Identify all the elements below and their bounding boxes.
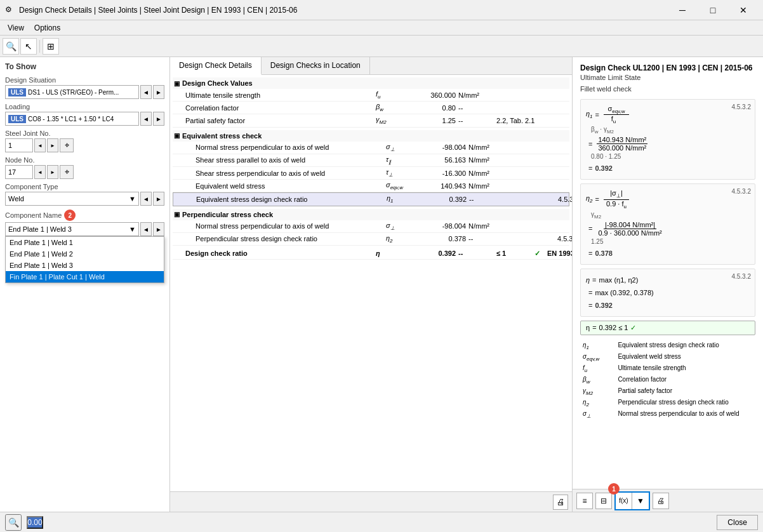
component-type-next[interactable]: ► — [153, 192, 164, 206]
node-spinner[interactable]: 17 — [5, 165, 33, 179]
section-design-check-values[interactable]: ▣ Design Check Values — [173, 77, 569, 89]
dropdown-item-2[interactable]: End Plate 1 | Weld 3 — [6, 260, 164, 271]
rbt-btn-print[interactable]: 🖨 — [653, 493, 669, 509]
row-val-0: 360.000 — [414, 91, 458, 99]
formula3-eq1: = — [592, 276, 596, 284]
s2-sym-4: η1 — [387, 194, 425, 204]
component-type-prev[interactable]: ◄ — [140, 192, 152, 206]
badge-1: 1 — [608, 483, 620, 495]
component-name-label: Component Name — [5, 211, 62, 219]
print-button[interactable]: 🖨 — [553, 495, 568, 510]
formula1-den1: fu — [604, 115, 629, 124]
design-situation-next[interactable]: ► — [153, 85, 164, 99]
rbt-btn-table[interactable]: ⊟ — [595, 493, 612, 509]
component-type-section: Component Type Weld ▼ ◄ ► — [5, 183, 164, 206]
steel-joint-cursor[interactable]: ⌖ — [60, 138, 74, 152]
node-cursor[interactable]: ⌖ — [60, 165, 74, 179]
node-prev[interactable]: ◄ — [34, 165, 46, 179]
formula3-result: 0.392 — [595, 302, 613, 309]
status-grid-button[interactable]: 0.00 — [27, 516, 43, 529]
check-row-0: Ultimate tensile strength fu 360.000 N/m… — [173, 89, 569, 102]
formula1-eq2: = — [588, 140, 592, 148]
section2-label: Equivalent stress check — [182, 132, 262, 140]
component-type-combo[interactable]: Weld ▼ — [5, 192, 139, 206]
row-unit-2: -- — [458, 117, 496, 124]
check-row-s2-4: Equivalent stress design check ratio η1 … — [173, 192, 569, 206]
status-search-button[interactable]: 🔍 — [5, 514, 22, 531]
s2-sym-2: τ⊥ — [386, 168, 424, 178]
steel-joint-next[interactable]: ► — [47, 138, 58, 152]
legend-desc-1: Equivalent weld stress — [615, 352, 755, 363]
s3-sym-0: σ⊥ — [386, 222, 424, 231]
design-situation-row: ULS DS1 - ULS (STR/GEO) - Perm... ◄ ► — [5, 85, 164, 99]
close-window-button[interactable]: ✕ — [729, 0, 758, 20]
loading-combo[interactable]: ULS CO8 - 1.35 * LC1 + 1.50 * LC4 — [5, 112, 139, 126]
formula2-result: 0.378 — [595, 249, 613, 257]
dropdown-item-1[interactable]: End Plate 1 | Weld 2 — [6, 248, 164, 260]
s2-unit-3: N/mm² — [468, 182, 507, 190]
menu-options[interactable]: Options — [29, 22, 65, 34]
component-name-value: End Plate 1 | Weld 3 — [8, 225, 72, 233]
formula3-eq3: = — [588, 302, 592, 309]
component-type-row: Weld ▼ ◄ ► — [5, 192, 164, 206]
component-type-chevron: ▼ — [129, 195, 136, 203]
formula2-line2: = |-98.004 N/mm²| 0.9 · 360.000 N/mm² — [586, 221, 750, 237]
steel-joint-section: Steel Joint No. 1 ◄ ► ⌖ — [5, 130, 164, 152]
formula3-line2: = max (0.392, 0.378) — [586, 287, 750, 298]
s2-sym-1: τ∥ — [386, 156, 424, 165]
dropdown-item-3[interactable]: Fin Plate 1 | Plate Cut 1 | Weld — [6, 271, 164, 283]
toolbar-search-button[interactable]: 🔍 — [3, 38, 19, 55]
maximize-button[interactable]: □ — [698, 0, 727, 20]
component-name-next[interactable]: ► — [153, 222, 164, 236]
section-equivalent-stress[interactable]: ▣ Equivalent stress check — [173, 130, 569, 142]
legend-sym-4: γM2 — [580, 386, 615, 397]
node-section: Node No. 17 ◄ ► ⌖ — [5, 156, 164, 179]
toolbar-grid-button[interactable]: ⊞ — [43, 38, 59, 55]
right-bottom-toolbar: 1 ≡ ⊟ f(x) ▼ 🖨 — [573, 489, 763, 512]
rbt-btn-dropdown[interactable]: ▼ — [632, 493, 649, 509]
tab-design-check-details[interactable]: Design Check Details — [170, 57, 262, 75]
tab-design-checks-location[interactable]: Design Checks in Location — [262, 57, 370, 74]
row-unit-1: -- — [458, 104, 496, 112]
minimize-button[interactable]: ─ — [668, 0, 697, 20]
formula1-den1-content: fu — [611, 115, 616, 123]
menu-view[interactable]: View — [3, 22, 29, 34]
status-close-button[interactable]: Close — [717, 515, 758, 530]
row-val-1: 0.80 — [414, 104, 458, 112]
section-perpendicular-stress[interactable]: ▣ Perpendicular stress check — [173, 209, 569, 220]
badge-2: 2 — [64, 209, 76, 221]
formula2-eta2: η2 — [586, 194, 593, 204]
window-controls: ─ □ ✕ — [668, 0, 758, 20]
result-ok-line: η = 0.392 ≤ 1 ✓ — [580, 321, 755, 335]
final-sym: η — [376, 249, 414, 257]
node-row: 17 ◄ ► ⌖ — [5, 165, 164, 179]
component-name-prev[interactable]: ◄ — [140, 222, 152, 236]
steel-joint-spinner[interactable]: 1 — [5, 138, 33, 152]
rbt-btn-formula[interactable]: f(x) — [616, 493, 632, 509]
legend-sym-0: η1 — [580, 340, 615, 352]
steel-joint-prev[interactable]: ◄ — [34, 138, 46, 152]
legend-row-2: fu Ultimate tensile strength — [580, 363, 755, 375]
node-next[interactable]: ► — [47, 165, 58, 179]
design-situation-combo[interactable]: ULS DS1 - ULS (STR/GEO) - Perm... — [5, 85, 139, 99]
formula1-num1: σeqv,w — [604, 105, 629, 115]
section3-label: Perpendicular stress check — [182, 211, 273, 218]
loading-prev[interactable]: ◄ — [140, 112, 152, 126]
rbt-btn-list[interactable]: ≡ — [576, 493, 593, 509]
component-name-dropdown[interactable]: End Plate 1 | Weld 1 End Plate 1 | Weld … — [5, 236, 164, 283]
loading-value: CO8 - 1.35 * LC1 + 1.50 * LC4 — [28, 116, 114, 123]
component-name-combo[interactable]: End Plate 1 | Weld 3 ▼ — [5, 222, 139, 236]
formula1-eq3: = — [588, 164, 592, 172]
component-name-chevron: ▼ — [129, 225, 136, 233]
formula3-expr2: max (0.392, 0.378) — [595, 289, 653, 296]
dropdown-item-0[interactable]: End Plate 1 | Weld 1 — [6, 237, 164, 248]
s3-unit-1: -- — [468, 235, 507, 243]
legend-row-3: βw Correlation factor — [580, 375, 755, 386]
final-code: EN 1993-1-8, 4.5.3.2 — [547, 249, 572, 257]
legend-desc-4: Partial safety factor — [615, 386, 755, 397]
final-val: 0.392 — [414, 249, 458, 257]
toolbar-arrow-button[interactable]: ↖ — [20, 38, 37, 55]
design-situation-prev[interactable]: ◄ — [140, 85, 152, 99]
loading-next[interactable]: ► — [153, 112, 164, 126]
legend-sym-1: σeqv,w — [580, 352, 615, 363]
